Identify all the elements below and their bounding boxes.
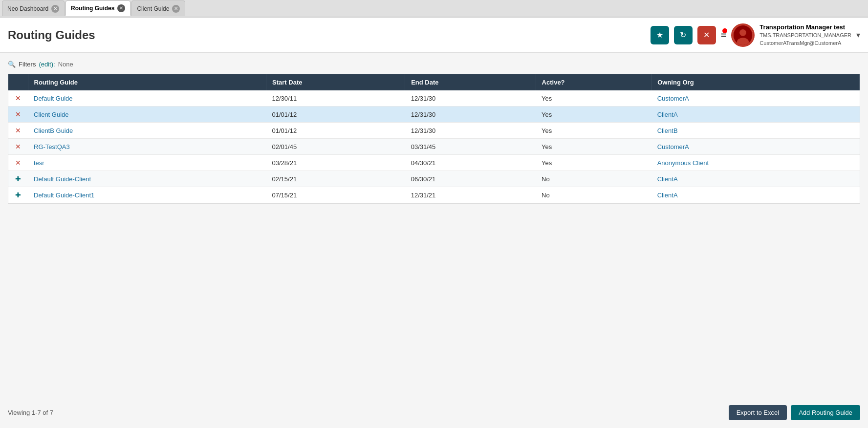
row-name[interactable]: RG-TestQA3 — [28, 139, 266, 155]
main-content: 🔍 Filters (edit): None Routing Guide Sta… — [0, 53, 868, 428]
tab-routing-guides[interactable]: Routing Guides ✕ — [65, 0, 130, 16]
row-org[interactable]: CustomerA — [651, 139, 860, 155]
menu-button[interactable]: ≡ — [721, 29, 727, 41]
viewing-text: Viewing 1-7 of 7 — [8, 409, 53, 416]
table-row[interactable]: ✕ClientB Guide01/01/1212/31/30YesClientB — [8, 123, 860, 139]
user-name: Transportation Manager test — [760, 23, 851, 32]
svg-point-2 — [737, 38, 749, 46]
row-name[interactable]: Default Guide-Client1 — [28, 187, 266, 203]
routing-guide-link[interactable]: tesr — [34, 159, 44, 167]
filter-label: Filters — [19, 61, 36, 68]
delete-icon[interactable]: ✕ — [15, 94, 21, 102]
routing-guide-link[interactable]: Default Guide-Client — [34, 175, 91, 183]
delete-icon[interactable]: ✕ — [15, 127, 21, 134]
table-row[interactable]: ✚Default Guide-Client02/15/2106/30/21NoC… — [8, 171, 860, 187]
tab-client-guide[interactable]: Client Guide ✕ — [131, 0, 185, 16]
col-header-icon — [8, 74, 28, 90]
row-active: Yes — [536, 107, 651, 123]
delete-icon[interactable]: ✕ — [15, 110, 21, 118]
page-title: Routing Guides — [8, 28, 95, 42]
org-link[interactable]: CustomerA — [657, 95, 689, 102]
row-icon-cell: ✕ — [8, 123, 28, 139]
row-org[interactable]: ClientA — [651, 107, 860, 123]
avatar — [733, 24, 753, 46]
close-button[interactable]: ✕ — [697, 26, 716, 44]
col-header-end-date: End Date — [405, 74, 536, 90]
user-role: TMS.TRANSPORTATION_MANAGER — [760, 32, 851, 39]
table-row[interactable]: ✚Default Guide-Client107/15/2112/31/21No… — [8, 187, 860, 203]
routing-guides-table: Routing Guide Start Date End Date Active… — [8, 74, 860, 204]
row-icon-cell: ✕ — [8, 139, 28, 155]
table-header-row: Routing Guide Start Date End Date Active… — [8, 74, 860, 90]
col-header-active: Active? — [536, 74, 651, 90]
routing-guide-link[interactable]: Client Guide — [34, 111, 69, 118]
col-header-routing-guide: Routing Guide — [28, 74, 266, 90]
routing-guide-link[interactable]: ClientB Guide — [34, 127, 73, 134]
tab-close-client-guide[interactable]: ✕ — [172, 5, 180, 13]
add-routing-guide-button[interactable]: Add Routing Guide — [791, 405, 860, 420]
user-info: Transportation Manager test TMS.TRANSPOR… — [760, 23, 851, 47]
routing-guide-link[interactable]: Default Guide-Client1 — [34, 192, 94, 199]
row-active: No — [536, 187, 651, 203]
tab-neo-dashboard[interactable]: Neo Dashboard ✕ — [2, 0, 65, 16]
row-icon-cell: ✕ — [8, 155, 28, 171]
table-row[interactable]: ✕tesr03/28/2104/30/21YesAnonymous Client — [8, 155, 860, 171]
user-dropdown-icon[interactable]: ▾ — [856, 30, 860, 40]
row-end-date: 04/30/21 — [405, 155, 536, 171]
tab-bar: Neo Dashboard ✕ Routing Guides ✕ Client … — [0, 0, 868, 18]
row-start-date: 03/28/21 — [266, 155, 405, 171]
row-name[interactable]: tesr — [28, 155, 266, 171]
row-org[interactable]: ClientA — [651, 171, 860, 187]
row-icon-cell: ✕ — [8, 90, 28, 107]
row-icon-cell: ✚ — [8, 171, 28, 187]
table-row[interactable]: ✕Client Guide01/01/1212/31/30YesClientA — [8, 107, 860, 123]
org-link[interactable]: ClientB — [657, 127, 678, 134]
org-link[interactable]: ClientA — [657, 111, 678, 118]
row-org[interactable]: Anonymous Client — [651, 155, 860, 171]
header-actions: ★ ↻ ✕ ≡ Transportation Manager test TMS.… — [651, 23, 860, 47]
row-active: No — [536, 171, 651, 187]
org-link[interactable]: ClientA — [657, 175, 678, 183]
tab-label: Neo Dashboard — [7, 5, 48, 12]
row-name[interactable]: Default Guide — [28, 90, 266, 107]
row-active: Yes — [536, 139, 651, 155]
row-org[interactable]: CustomerA — [651, 90, 860, 107]
filter-value: None — [58, 61, 73, 68]
add-icon[interactable]: ✚ — [15, 191, 21, 199]
tab-close-neo-dashboard[interactable]: ✕ — [51, 5, 59, 13]
notification-indicator: ≡ — [721, 29, 727, 41]
row-start-date: 02/01/45 — [266, 139, 405, 155]
org-link[interactable]: CustomerA — [657, 143, 689, 150]
table-row[interactable]: ✕RG-TestQA302/01/4503/31/45YesCustomerA — [8, 139, 860, 155]
refresh-button[interactable]: ↻ — [674, 26, 693, 44]
filter-edit-button[interactable]: (edit): — [39, 61, 55, 68]
row-start-date: 01/01/12 — [266, 107, 405, 123]
favorite-button[interactable]: ★ — [651, 26, 669, 44]
row-end-date: 12/31/30 — [405, 90, 536, 107]
row-name[interactable]: Client Guide — [28, 107, 266, 123]
export-to-excel-button[interactable]: Export to Excel — [729, 405, 787, 420]
row-org[interactable]: ClientB — [651, 123, 860, 139]
add-icon[interactable]: ✚ — [15, 175, 21, 183]
delete-icon[interactable]: ✕ — [15, 143, 21, 150]
menu-icon: ≡ — [721, 29, 727, 41]
row-org[interactable]: ClientA — [651, 187, 860, 203]
row-start-date: 12/30/11 — [266, 90, 405, 107]
row-name[interactable]: Default Guide-Client — [28, 171, 266, 187]
col-header-owning-org: Owning Org — [651, 74, 860, 90]
org-link[interactable]: Anonymous Client — [657, 159, 709, 167]
header: Routing Guides ★ ↻ ✕ ≡ Transportation Ma… — [0, 18, 868, 53]
row-start-date: 07/15/21 — [266, 187, 405, 203]
delete-icon[interactable]: ✕ — [15, 159, 21, 167]
user-email: CustomerATransMgr@CustomerA — [760, 40, 851, 47]
row-active: Yes — [536, 123, 651, 139]
table-row[interactable]: ✕Default Guide12/30/1112/31/30YesCustome… — [8, 90, 860, 107]
row-name[interactable]: ClientB Guide — [28, 123, 266, 139]
row-active: Yes — [536, 155, 651, 171]
routing-guide-link[interactable]: RG-TestQA3 — [34, 143, 70, 150]
row-icon-cell: ✕ — [8, 107, 28, 123]
org-link[interactable]: ClientA — [657, 192, 678, 199]
routing-guide-link[interactable]: Default Guide — [34, 95, 73, 102]
row-icon-cell: ✚ — [8, 187, 28, 203]
tab-close-routing-guides[interactable]: ✕ — [117, 4, 125, 12]
